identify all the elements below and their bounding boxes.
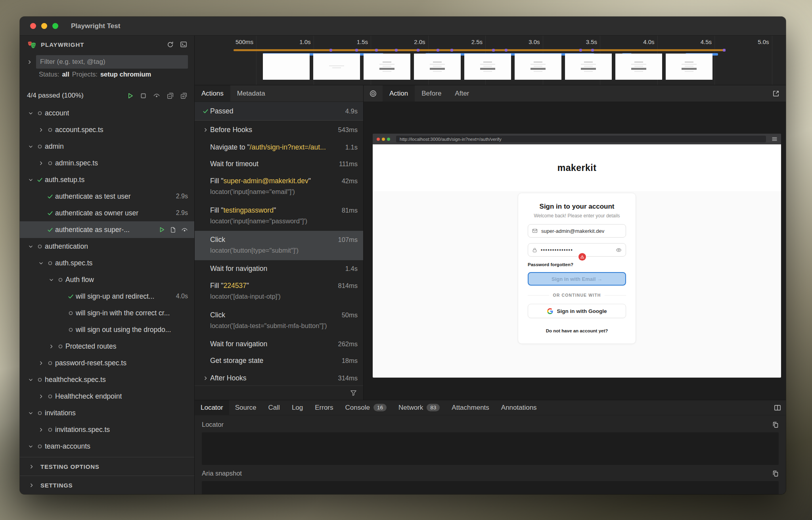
timeline[interactable]: 500ms1.0s1.5s2.0s2.5s3.0s3.5s4.0s4.5s5.0… [195,36,786,85]
action-row[interactable]: Before Hooks543ms [195,121,363,139]
action-row[interactable]: Fill "super-admin@makerkit.dev"42mslocat… [195,172,363,201]
tab-metadata[interactable]: Metadata [230,85,272,102]
tree-item[interactable]: Protected routes [20,338,194,355]
aria-snapshot-editor[interactable] [202,481,779,494]
bottom-tab-annotations[interactable]: Annotations [495,400,543,415]
tree-item[interactable]: password-reset.spec.ts [20,355,194,371]
tree-item[interactable]: admin.spec.ts [20,155,194,171]
chevron-right-icon[interactable] [36,127,45,132]
chevron-down-icon[interactable] [26,377,35,382]
tree-item[interactable]: authenticate as super-... [20,221,194,238]
chevron-down-icon[interactable] [26,411,35,416]
chevron-right-icon[interactable] [36,361,45,366]
tree-item[interactable]: healthcheck.spec.ts [20,371,194,388]
section-testing-options[interactable]: TESTING OPTIONS [20,457,194,476]
minimize-button[interactable] [41,23,47,29]
tab-action[interactable]: Action [383,85,415,102]
chevron-down-icon[interactable] [26,244,35,249]
action-row[interactable]: After Hooks314ms [195,369,363,386]
bottom-tab-errors[interactable]: Errors [309,400,339,415]
action-row[interactable]: Wait for navigation1.4s [195,260,363,277]
collapse-all-icon[interactable] [167,92,174,99]
terminal-icon[interactable] [180,41,187,48]
stop-icon[interactable] [140,93,146,99]
password-field[interactable]: •••••••••••••• [528,243,626,257]
chevron-right-icon[interactable] [47,344,56,349]
action-row[interactable]: Click50mslocator('[data-test="submit-mfa… [195,306,363,336]
split-view-icon[interactable] [774,400,781,415]
tree-item[interactable]: will sign-up and redirect...4.0s [20,288,194,305]
pick-locator-target-icon[interactable] [364,85,383,102]
tab-before[interactable]: Before [415,85,448,102]
copy-aria-icon[interactable] [772,470,779,477]
close-button[interactable] [30,23,36,29]
filmstrip-thumbnail[interactable] [666,54,712,80]
filmstrip-thumbnail[interactable] [615,54,662,80]
tree-item[interactable]: will sign out using the dropdo... [20,321,194,338]
show-password-eye-icon[interactable] [616,247,622,253]
chevron-down-icon[interactable] [47,277,56,282]
action-row[interactable]: Fill "testingpassword"81mslocator('input… [195,201,363,231]
show-source-icon[interactable] [170,227,176,233]
tab-after[interactable]: After [448,85,476,102]
action-row[interactable]: Wait for timeout111ms [195,155,363,172]
tree-item[interactable]: Auth flow [20,271,194,288]
bottom-tab-console[interactable]: Console16 [339,400,393,415]
chevron-right-icon[interactable] [201,376,210,381]
expand-all-icon[interactable] [180,92,187,99]
tree-item[interactable]: authenticate as owner user2.9s [20,205,194,221]
action-row[interactable]: Wait for navigation262ms [195,336,363,352]
tree-item[interactable]: invitations [20,405,194,421]
chevron-down-icon[interactable] [26,111,35,116]
reload-icon[interactable] [167,41,174,48]
tree-item[interactable]: authentication [20,238,194,255]
chevron-right-icon[interactable] [36,394,45,399]
chevron-right-icon[interactable] [36,161,45,166]
run-all-icon[interactable] [127,92,134,99]
bottom-tab-log[interactable]: Log [286,400,309,415]
chevron-down-icon[interactable] [26,177,35,182]
bottom-tab-source[interactable]: Source [229,400,262,415]
run-test-icon[interactable] [159,226,165,233]
chevron-down-icon[interactable] [26,144,35,149]
section-settings[interactable]: SETTINGS [20,476,194,494]
signin-google-button[interactable]: Sign in with Google [528,304,626,318]
filmstrip-thumbnail[interactable] [515,54,561,80]
email-field[interactable]: super-admin@makerkit.dev [528,224,626,238]
action-row[interactable]: Get storage state18ms [195,352,363,369]
tree-item[interactable]: authenticate as test user2.9s [20,188,194,205]
copy-locator-icon[interactable] [772,422,779,428]
filter-funnel-icon[interactable] [350,390,357,396]
tree-item[interactable]: auth.setup.ts [20,171,194,188]
filmstrip-thumbnail[interactable] [464,54,511,80]
chevron-right-icon[interactable] [201,127,210,132]
chevron-down-icon[interactable] [36,261,45,266]
bottom-tab-locator[interactable]: Locator [195,400,229,415]
window-titlebar[interactable]: Playwright Test [20,17,786,36]
filter-expand-chevron-icon[interactable] [27,59,32,65]
locator-editor[interactable] [202,432,779,465]
action-row[interactable]: Fill "224537"814mslocator('[data-input-o… [195,277,363,306]
tab-actions[interactable]: Actions [195,85,230,102]
forgot-password-link[interactable]: Password forgotten? [528,262,626,267]
action-row[interactable]: Navigate to "/auth/sign-in?next=/aut...1… [195,139,363,155]
bottom-tab-attachments[interactable]: Attachments [446,400,495,415]
chevron-right-icon[interactable] [36,427,45,432]
action-row[interactable]: Click107mslocator('button[type="submit"]… [195,231,363,260]
bottom-tab-network[interactable]: Network83 [393,400,446,415]
bottom-tab-call[interactable]: Call [262,400,286,415]
filmstrip-thumbnail[interactable] [263,54,310,80]
watch-all-icon[interactable] [153,92,160,99]
signin-email-button[interactable]: Sign in with Email → [528,272,626,286]
chevron-down-icon[interactable] [26,444,35,449]
zoom-button[interactable] [52,23,58,29]
signup-link[interactable]: Do not have an account yet? [528,328,626,333]
filmstrip-thumbnail[interactable] [313,54,360,80]
filmstrip-thumbnail[interactable] [364,54,410,80]
tree-item[interactable]: auth.spec.ts [20,255,194,271]
filmstrip-thumbnail[interactable] [414,54,461,80]
tree-item[interactable]: will sign-in with the correct cr... [20,305,194,321]
watch-test-icon[interactable] [181,226,188,233]
filmstrip-thumbnail[interactable] [565,54,612,80]
action-row-passed[interactable]: Passed 4.9s [195,102,363,121]
